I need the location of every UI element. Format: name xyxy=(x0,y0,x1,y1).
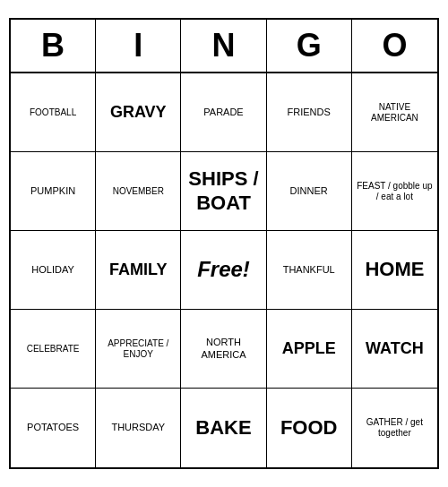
bingo-cell: NATIVE AMERICAN xyxy=(352,73,437,152)
bingo-cell: APPLE xyxy=(267,310,352,389)
header-letter: N xyxy=(181,20,266,72)
bingo-grid: FOOTBALLGRAVYPARADEFRIENDSNATIVE AMERICA… xyxy=(11,73,437,467)
header-letter: G xyxy=(267,20,352,72)
header-letter: B xyxy=(11,20,96,72)
bingo-cell: Free! xyxy=(181,231,266,310)
bingo-header: BINGO xyxy=(11,20,437,73)
bingo-cell: GRAVY xyxy=(96,73,181,152)
bingo-cell: FRIENDS xyxy=(267,73,352,152)
bingo-cell: PARADE xyxy=(181,73,266,152)
bingo-cell: FAMILY xyxy=(96,231,181,310)
bingo-cell: APPRECIATE / ENJOY xyxy=(96,310,181,389)
bingo-cell: FEAST / gobble up / eat a lot xyxy=(352,152,437,231)
bingo-cell: DINNER xyxy=(267,152,352,231)
bingo-cell: THURSDAY xyxy=(96,389,181,467)
header-letter: O xyxy=(352,20,437,72)
bingo-cell: BAKE xyxy=(181,389,266,467)
bingo-cell: HOLIDAY xyxy=(11,231,96,310)
bingo-cell: FOOD xyxy=(267,389,352,467)
bingo-card: BINGO FOOTBALLGRAVYPARADEFRIENDSNATIVE A… xyxy=(9,18,439,469)
bingo-cell: FOOTBALL xyxy=(11,73,96,152)
bingo-cell: CELEBRATE xyxy=(11,310,96,389)
bingo-cell: PUMPKIN xyxy=(11,152,96,231)
bingo-cell: SHIPS / BOAT xyxy=(181,152,266,231)
bingo-cell: NORTH AMERICA xyxy=(181,310,266,389)
bingo-cell: WATCH xyxy=(352,310,437,389)
bingo-cell: THANKFUL xyxy=(267,231,352,310)
header-letter: I xyxy=(96,20,181,72)
bingo-cell: NOVEMBER xyxy=(96,152,181,231)
bingo-cell: GATHER / get together xyxy=(352,389,437,467)
bingo-cell: POTATOES xyxy=(11,389,96,467)
bingo-cell: HOME xyxy=(352,231,437,310)
